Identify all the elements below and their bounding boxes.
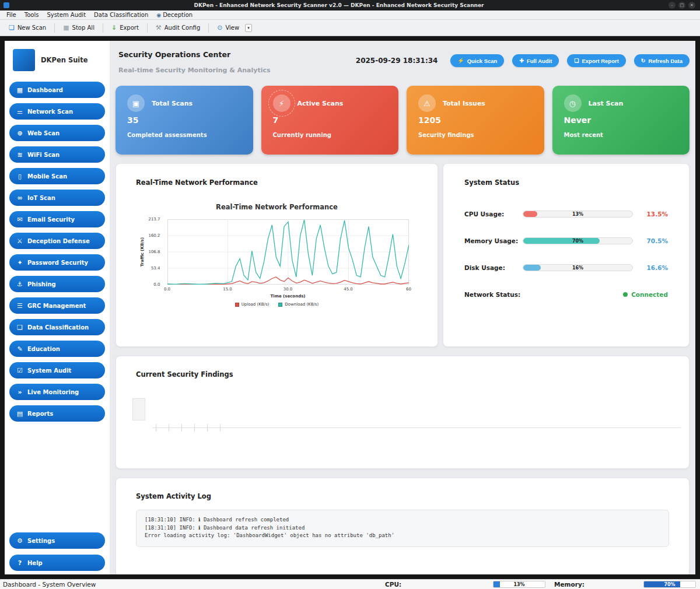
sidebar-item-label: Live Monitoring xyxy=(27,389,79,395)
cpu-progressbar: 13% xyxy=(493,581,545,588)
sidebar-item-label: Email Security xyxy=(27,216,75,223)
log-line: [18:31:10] INFO: ℹ Dashboard refresh com… xyxy=(145,516,660,524)
content-area: DKPen Suite ▦Dashboard⚌Network Scan⊕Web … xyxy=(0,36,700,579)
settings-icon: ⚙ xyxy=(16,537,23,545)
maximize-button[interactable]: □ xyxy=(678,2,685,9)
toolbar-separator xyxy=(208,23,209,33)
window-title: DKPen - Enhanced Network Security Scanne… xyxy=(9,2,668,8)
sidebar-item-data-classification[interactable]: ❏Data Classification xyxy=(9,319,105,335)
sidebar-item-label: Help xyxy=(27,560,43,566)
brand-logo xyxy=(13,49,35,71)
sidebar-item-grc-management[interactable]: ☰GRC Management xyxy=(9,297,105,314)
stat-card-header: ⚠Total Issues xyxy=(418,94,533,112)
menu-tools-label: Tools xyxy=(24,12,39,18)
chart-x-tick: 0.0 xyxy=(159,287,176,292)
view-button[interactable]: ⊙View xyxy=(212,22,244,33)
sidebar-item-dashboard[interactable]: ▦Dashboard xyxy=(9,82,105,98)
sidebar-item-education[interactable]: ✎Education xyxy=(9,341,105,357)
quick-scan-icon: ⚡ xyxy=(457,58,464,64)
audit-config-label: Audit Config xyxy=(164,24,201,31)
system-status-card: System Status CPU Usage:13%13.5%Memory U… xyxy=(443,163,690,347)
education-icon: ✎ xyxy=(16,345,23,353)
legend-item-upload-kb-s: Upload (KB/s) xyxy=(235,302,270,307)
stat-card-header: ▣Total Scans xyxy=(127,94,242,112)
quick-scan-button[interactable]: ⚡Quick Scan xyxy=(450,54,504,67)
help-icon: ? xyxy=(16,559,23,567)
data-classification-icon: ❏ xyxy=(16,324,23,331)
cpu-progress-text: 13% xyxy=(494,581,545,587)
export-report-button[interactable]: ❏Export Report xyxy=(567,54,625,67)
status-row-cpu-usage: CPU Usage:13%13.5% xyxy=(464,201,668,227)
chart-title: Real-Time Network Performance xyxy=(138,203,416,211)
full-audit-button[interactable]: ✚Full Audit xyxy=(512,54,559,67)
view-dropdown-arrow[interactable]: ▾ xyxy=(245,24,252,32)
empty-findings-chart xyxy=(132,398,681,439)
activity-log-box[interactable]: [18:31:10] INFO: ℹ Dashboard refresh com… xyxy=(136,510,669,547)
menu-system-audit[interactable]: System Audit xyxy=(43,10,90,19)
refresh-data-button[interactable]: ↻Refresh Data xyxy=(634,54,690,67)
charts-row: Real-Time Network Performance Real-Time … xyxy=(116,163,690,347)
sidebar-item-label: Reports xyxy=(27,411,53,417)
status-label: CPU Usage: xyxy=(464,211,522,218)
menu-data-classification[interactable]: Data Classification xyxy=(90,10,152,19)
close-button[interactable]: ✕ xyxy=(688,2,695,9)
full-audit-label: Full Audit xyxy=(527,58,552,64)
stop-all-icon: ■ xyxy=(63,24,69,31)
chart-plot-area xyxy=(167,219,409,285)
stat-card-header: ⚡Active Scans xyxy=(273,94,387,112)
legend-label: Download (KB/s) xyxy=(285,302,318,307)
export-label: Export xyxy=(120,24,139,31)
full-audit-icon: ✚ xyxy=(519,58,524,64)
menu-file[interactable]: File xyxy=(2,10,20,19)
sidebar-item-label: Settings xyxy=(27,538,55,544)
chart-y-tick: 160.2 xyxy=(138,233,164,238)
sidebar-item-help[interactable]: ?Help xyxy=(9,555,105,571)
chart-x-tick: 15.0 xyxy=(219,287,236,292)
sidebar-item-reports[interactable]: ▤Reports xyxy=(9,405,105,422)
last-scan-icon: ◷ xyxy=(564,94,582,112)
sidebar-item-label: Phishing xyxy=(27,281,56,288)
legend-label: Upload (KB/s) xyxy=(242,302,270,307)
cpu-label: CPU: xyxy=(385,581,401,588)
sidebar-item-password-security[interactable]: ✦Password Security xyxy=(9,254,105,271)
export-button[interactable]: ⇓Export xyxy=(106,22,144,33)
sidebar-item-label: IoT Scan xyxy=(27,195,55,201)
sidebar-item-email-security[interactable]: ✉Email Security xyxy=(9,211,105,227)
menu-tools[interactable]: Tools xyxy=(20,10,43,19)
sidebar-item-deception-defense[interactable]: ⚔Deception Defense xyxy=(9,233,105,249)
status-text: Connected xyxy=(631,291,668,298)
system-status-rows: CPU Usage:13%13.5%Memory Usage:70%70.5%D… xyxy=(464,201,668,308)
stat-card-active-scans: ⚡Active Scans7Currently running xyxy=(261,86,399,155)
sidebar-item-label: Web Scan xyxy=(27,130,60,136)
sidebar-item-live-monitoring[interactable]: »Live Monitoring xyxy=(9,384,105,400)
sidebar-item-wifi-scan[interactable]: ≋WiFi Scan xyxy=(9,146,105,163)
sidebar-item-mobile-scan[interactable]: ▯Mobile Scan xyxy=(9,168,105,184)
chart-x-tick: 30.0 xyxy=(280,287,296,292)
email-security-icon: ✉ xyxy=(16,216,23,223)
timestamp: 2025-09-29 18:31:34 xyxy=(356,57,438,65)
stat-value: Never xyxy=(564,115,678,125)
new-scan-label: New Scan xyxy=(18,24,46,31)
new-scan-button[interactable]: ❏New Scan xyxy=(4,22,51,33)
new-scan-icon: ❏ xyxy=(9,24,15,31)
stat-value: 35 xyxy=(127,115,242,125)
sidebar-item-phishing[interactable]: ⚓Phishing xyxy=(9,276,105,292)
sidebar-item-system-audit[interactable]: ☑System Audit xyxy=(9,362,105,378)
chart-y-tick: 106.8 xyxy=(138,250,164,254)
activity-log-title: System Activity Log xyxy=(136,492,669,500)
live-monitoring-icon: » xyxy=(16,388,23,396)
sidebar-item-iot-scan[interactable]: ∞IoT Scan xyxy=(9,190,105,206)
sidebar-item-web-scan[interactable]: ⊕Web Scan xyxy=(9,125,105,141)
app-icon xyxy=(4,2,9,8)
sidebar-item-settings[interactable]: ⚙Settings xyxy=(9,532,105,549)
audit-config-button[interactable]: ⚒Audit Config xyxy=(150,22,205,33)
sidebar-item-network-scan[interactable]: ⚌Network Scan xyxy=(9,103,105,120)
menu-deception[interactable]: ◉Deception xyxy=(152,10,197,19)
minimize-button[interactable]: – xyxy=(668,2,676,9)
status-row-network-status: Network Status:Connected xyxy=(464,281,668,308)
stat-title: Total Issues xyxy=(443,100,485,107)
chart-legend: Upload (KB/s)Download (KB/s) xyxy=(138,302,416,307)
stop-all-button[interactable]: ■Stop All xyxy=(58,22,100,33)
progress-text: 16% xyxy=(523,265,632,271)
menu-file-label: File xyxy=(6,12,16,18)
